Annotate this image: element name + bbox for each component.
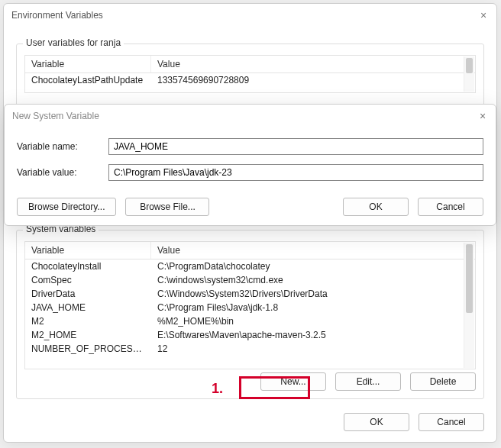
scrollbar[interactable]: [464, 243, 474, 368]
cell-variable: DriverData: [25, 287, 151, 301]
sys-tbody: ChocolateyInstallC:\ProgramData\chocolat…: [25, 259, 475, 356]
table-header: Variable Value: [25, 56, 475, 73]
new-system-variable-dialog: New System Variable × Variable name: Var…: [4, 104, 496, 226]
user-group-legend: User variables for ranja: [23, 37, 124, 48]
titlebar: New System Variable ×: [5, 105, 496, 127]
ok-button[interactable]: OK: [343, 198, 409, 216]
scrollbar[interactable]: [464, 56, 474, 92]
cell-variable: M2: [25, 314, 151, 328]
window-title: Environment Variables: [11, 10, 103, 21]
modal-button-row: Browse Directory... Browse File... OK Ca…: [17, 198, 483, 216]
cell-value: E:\Softwares\Maven\apache-maven-3.2.5: [151, 328, 475, 342]
cancel-button[interactable]: Cancel: [419, 413, 484, 431]
col-variable[interactable]: Variable: [25, 242, 151, 259]
cell-variable: M2_HOME: [25, 328, 151, 342]
cell-variable: ChocolateyInstall: [25, 259, 151, 273]
variable-name-input[interactable]: [108, 138, 483, 155]
cell-value: 12: [151, 342, 475, 356]
system-button-row: New... Edit... Delete: [260, 372, 476, 391]
cell-value: 133574569690728809: [151, 73, 475, 87]
titlebar: Environment Variables ×: [4, 4, 496, 27]
close-icon[interactable]: ×: [478, 10, 489, 21]
cell-variable: ComSpec: [25, 273, 151, 287]
delete-button[interactable]: Delete: [410, 372, 476, 391]
close-icon[interactable]: ×: [477, 111, 488, 121]
variable-value-row: Variable value:: [17, 164, 483, 181]
variable-value-input[interactable]: [108, 164, 483, 181]
col-variable[interactable]: Variable: [25, 56, 151, 73]
edit-button[interactable]: Edit...: [335, 372, 401, 391]
cell-value: C:\ProgramData\chocolatey: [151, 259, 475, 273]
variable-name-row: Variable name:: [17, 138, 483, 155]
variable-name-label: Variable name:: [17, 141, 108, 152]
user-variables-table[interactable]: Variable Value ChocolateyLastPathUpdate …: [24, 55, 476, 93]
table-row[interactable]: M2_HOMEE:\Softwares\Maven\apache-maven-3…: [25, 328, 475, 342]
cell-value: %M2_HOME%\bin: [151, 314, 475, 328]
cell-value: C:\windows\system32\cmd.exe: [151, 273, 475, 287]
cell-variable: ChocolateyLastPathUpdate: [25, 73, 151, 87]
variable-value-label: Variable value:: [17, 167, 108, 178]
cell-variable: JAVA_HOME: [25, 301, 151, 314]
browse-file-button[interactable]: Browse File...: [125, 198, 209, 216]
cell-value: C:\Windows\System32\Drivers\DriverData: [151, 287, 475, 301]
browse-directory-button[interactable]: Browse Directory...: [17, 198, 116, 216]
dialog-button-row: OK Cancel: [344, 413, 484, 431]
dialog-title: New System Variable: [12, 111, 99, 121]
table-row[interactable]: ChocolateyLastPathUpdate 133574569690728…: [25, 73, 475, 87]
table-header: Variable Value: [25, 242, 475, 259]
table-row[interactable]: M2%M2_HOME%\bin: [25, 314, 475, 328]
table-row[interactable]: JAVA_HOMEC:\Program Files\Java\jdk-1.8: [25, 301, 475, 314]
user-tbody: ChocolateyLastPathUpdate 133574569690728…: [25, 73, 475, 87]
annotation-step-1: 1.: [212, 381, 223, 397]
table-row[interactable]: ChocolateyInstallC:\ProgramData\chocolat…: [25, 259, 475, 273]
new-button[interactable]: New...: [260, 372, 326, 391]
system-variables-table[interactable]: Variable Value ChocolateyInstallC:\Progr…: [24, 241, 476, 369]
cell-value: C:\Program Files\Java\jdk-1.8: [151, 301, 475, 314]
cell-variable: NUMBER_OF_PROCESSORS: [25, 342, 151, 356]
table-row[interactable]: ComSpecC:\windows\system32\cmd.exe: [25, 273, 475, 287]
cancel-button[interactable]: Cancel: [418, 198, 483, 216]
table-row[interactable]: DriverDataC:\Windows\System32\Drivers\Dr…: [25, 287, 475, 301]
col-value[interactable]: Value: [151, 56, 475, 73]
system-variables-group: System variables Variable Value Chocolat…: [16, 230, 484, 399]
table-row[interactable]: NUMBER_OF_PROCESSORS12: [25, 342, 475, 356]
col-value[interactable]: Value: [151, 242, 475, 259]
ok-button[interactable]: OK: [344, 413, 409, 431]
